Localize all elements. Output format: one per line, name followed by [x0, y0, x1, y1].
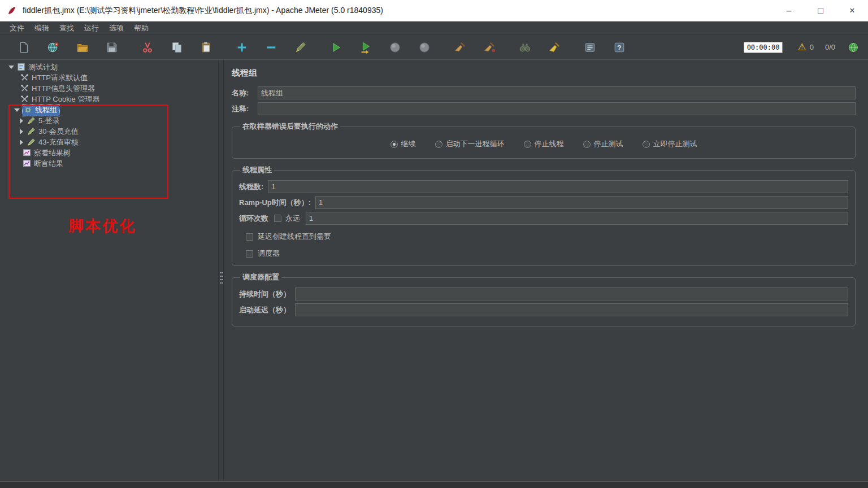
tree-selection-highlight: 线程组	[23, 104, 59, 116]
remove-element-button[interactable]	[260, 38, 283, 57]
menu-file[interactable]: 文件	[5, 21, 29, 34]
close-button[interactable]: ×	[836, 0, 868, 21]
delay-create-option[interactable]: 延迟创建线程直到需要	[246, 232, 848, 242]
expand-arrow-icon[interactable]	[18, 117, 25, 124]
radio-stop-test-now[interactable]: 立即停止测试	[643, 139, 697, 149]
radio-stop-test[interactable]: 停止测试	[583, 139, 623, 149]
expand-arrow-icon[interactable]	[18, 128, 25, 134]
log-panel-divider[interactable]	[0, 481, 868, 488]
help-button[interactable]: ?	[608, 38, 631, 57]
name-input[interactable]	[258, 86, 856, 99]
tree-item-recharge-audit[interactable]: 43-充值审核	[0, 137, 218, 147]
loops-input[interactable]	[306, 212, 848, 225]
delay-create-checkbox[interactable]	[246, 233, 253, 241]
elapsed-timer: 00:00:00	[744, 42, 783, 53]
tree-item-label: 测试计划	[28, 62, 58, 72]
scheduler-config-fieldset: 调度器配置 持续时间（秒） 启动延迟（秒）	[232, 272, 856, 326]
name-label: 名称:	[232, 88, 253, 98]
scheduler-config-legend: 调度器配置	[240, 272, 281, 282]
scheduler-checkbox[interactable]	[246, 250, 253, 258]
controller-icon	[27, 127, 36, 136]
forever-checkbox[interactable]	[274, 215, 281, 222]
assertion-results-icon	[23, 159, 31, 168]
menu-search[interactable]: 查找	[54, 21, 79, 34]
cookie-manager-icon	[20, 95, 29, 103]
stop-button[interactable]	[384, 38, 406, 57]
paste-button[interactable]	[195, 38, 218, 57]
clear-button[interactable]	[449, 38, 471, 57]
search-button[interactable]	[514, 38, 536, 57]
scheduler-option[interactable]: 调度器	[246, 249, 848, 259]
search-reset-button[interactable]	[543, 38, 566, 57]
comment-label: 注释:	[232, 104, 253, 114]
tree-item-http-defaults[interactable]: HTTP请求默认值	[0, 72, 218, 83]
copy-button[interactable]	[166, 38, 188, 57]
duration-input[interactable]	[295, 287, 848, 300]
menu-help[interactable]: 帮助	[129, 21, 154, 34]
content-area: 测试计划 HTTP请求默认值 HTTP信息头管理器 HTTP Cookie 管理…	[0, 60, 868, 481]
threads-input[interactable]	[268, 180, 848, 193]
tree-item-header-manager[interactable]: HTTP信息头管理器	[0, 83, 218, 94]
warning-triangle-icon[interactable]: ⚠	[797, 42, 806, 52]
search-reset-icon	[548, 41, 561, 54]
tree-item-cookie-manager[interactable]: HTTP Cookie 管理器	[0, 94, 218, 104]
expand-arrow-icon[interactable]	[18, 139, 25, 145]
help-icon: ?	[613, 41, 626, 54]
tree-item-label: 43-充值审核	[38, 137, 79, 147]
radio-circle-icon	[583, 141, 591, 148]
menu-run[interactable]: 运行	[79, 21, 104, 34]
radio-circle-icon	[435, 141, 442, 148]
forever-checkbox-option[interactable]: 永远	[274, 213, 300, 224]
menu-options[interactable]: 选项	[104, 21, 129, 34]
splitter-grip-icon[interactable]	[220, 271, 223, 286]
save-button[interactable]	[101, 38, 123, 57]
loops-label: 循环次数	[239, 213, 268, 224]
tree-item-label: HTTP Cookie 管理器	[32, 94, 99, 104]
error-action-legend: 在取样器错误后要执行的动作	[240, 121, 340, 132]
open-file-button[interactable]	[71, 38, 94, 57]
radio-circle-icon	[524, 141, 531, 148]
forever-label: 永远	[285, 213, 300, 224]
comment-input[interactable]	[258, 102, 856, 115]
minimize-button[interactable]: –	[773, 0, 805, 21]
thread-group-panel: 线程组 名称: 注释: 在取样器错误后要执行的动作 继续 启动下一进程循环	[224, 60, 868, 481]
start-button[interactable]	[325, 38, 348, 57]
start-icon	[330, 41, 342, 54]
rampup-input[interactable]	[315, 196, 848, 209]
maximize-button[interactable]: □	[805, 0, 836, 21]
expand-arrow-icon[interactable]	[8, 64, 15, 70]
radio-start-next-loop[interactable]: 启动下一进程循环	[435, 139, 505, 149]
clear-broom-icon	[454, 41, 466, 54]
tree-item-view-results-tree[interactable]: 察看结果树	[0, 147, 218, 158]
radio-stop-thread[interactable]: 停止线程	[524, 139, 564, 149]
http-defaults-icon	[20, 73, 29, 82]
window-title: fiddler抓包.jmx (E:\测试学习资料\jmeter\松勤教程\作业\…	[23, 6, 383, 16]
tree-item-thread-group[interactable]: 线程组	[0, 104, 218, 115]
startup-delay-input[interactable]	[295, 303, 848, 316]
add-element-button[interactable]	[231, 38, 253, 57]
radio-label: 立即停止测试	[653, 139, 697, 149]
tree-item-member-recharge[interactable]: 30-会员充值	[0, 126, 218, 137]
menu-bar: 文件 编辑 查找 运行 选项 帮助	[0, 21, 868, 35]
function-helper-button[interactable]	[579, 38, 601, 57]
expand-arrow-icon[interactable]	[14, 107, 21, 113]
start-no-pauses-button[interactable]	[354, 38, 377, 57]
new-file-button[interactable]	[12, 38, 35, 57]
shutdown-button[interactable]	[413, 38, 436, 57]
menu-edit[interactable]: 编辑	[29, 21, 54, 34]
tree-item-assertion-results[interactable]: 断言结果	[0, 158, 218, 169]
radio-continue[interactable]: 继续	[390, 139, 416, 149]
toggle-element-button[interactable]	[289, 38, 312, 57]
templates-button[interactable]	[42, 38, 64, 57]
remote-globe-icon[interactable]	[848, 42, 859, 53]
tree-item-label: 察看结果树	[34, 148, 71, 158]
error-action-options: 继续 启动下一进程循环 停止线程 停止测试 立即停止测试	[239, 134, 848, 151]
cut-button[interactable]	[136, 38, 159, 57]
radio-label: 继续	[401, 139, 416, 149]
tree-item-login[interactable]: 5-登录	[0, 115, 218, 126]
panel-splitter[interactable]	[218, 60, 224, 481]
clear-all-button[interactable]	[478, 38, 501, 57]
error-action-fieldset: 在取样器错误后要执行的动作 继续 启动下一进程循环 停止线程 停止测试	[232, 121, 856, 159]
tree-item-test-plan[interactable]: 测试计划	[0, 62, 218, 72]
radio-label: 停止测试	[594, 139, 623, 149]
